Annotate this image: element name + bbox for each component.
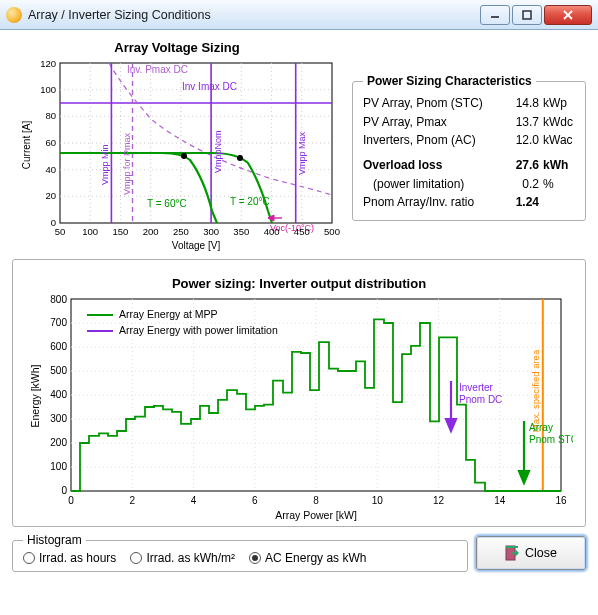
svg-text:Energy [kWh]: Energy [kWh] [29,364,41,427]
svg-text:120: 120 [40,58,56,69]
svg-text:Array: Array [529,422,553,433]
svg-marker-73 [446,419,456,431]
svg-text:100: 100 [82,226,98,237]
svg-text:Inv Imax DC: Inv Imax DC [182,81,237,92]
svg-marker-77 [519,471,529,483]
svg-text:50: 50 [55,226,66,237]
voltage-sizing-chart: Array Voltage Sizing [12,40,342,255]
svg-text:100: 100 [40,84,56,95]
svg-text:0: 0 [61,485,67,496]
characteristics-legend: Power Sizing Characteristics [363,74,536,88]
svg-text:T = 20°C: T = 20°C [230,196,270,207]
radio-icon [23,552,35,564]
svg-text:Voltage [V]: Voltage [V] [172,240,221,251]
door-icon [505,545,519,561]
svg-text:800: 800 [50,294,67,305]
radio-icon [130,552,142,564]
overload-row: Overload loss27.6kWh [363,156,575,175]
svg-text:700: 700 [50,317,67,328]
close-window-button[interactable] [544,5,592,25]
svg-text:Array Energy at MPP: Array Energy at MPP [119,308,218,320]
svg-text:Inv. Pmax DC: Inv. Pmax DC [127,64,188,75]
svg-text:Vmpp for Pmax: Vmpp for Pmax [122,132,132,195]
svg-text:500: 500 [50,365,67,376]
svg-rect-105 [506,546,518,548]
svg-text:Vmpp Min: Vmpp Min [100,144,110,185]
svg-text:150: 150 [112,226,128,237]
svg-text:Max. specified area: Max. specified area [530,349,541,432]
ratio-row: Pnom Array/Inv. ratio1.24 [363,193,575,212]
svg-text:350: 350 [233,226,249,237]
svg-text:100: 100 [50,461,67,472]
svg-text:6: 6 [252,495,258,506]
svg-text:10: 10 [372,495,384,506]
power-chart-svg: Max. specified area Inverter Pnom DC Arr… [21,291,573,529]
close-button[interactable]: Close [476,536,586,570]
svg-text:16: 16 [555,495,567,506]
svg-text:20: 20 [45,190,56,201]
histogram-group: Histogram Irrad. as hours Irrad. as kWh/… [12,533,468,572]
svg-text:0: 0 [68,495,74,506]
svg-text:450: 450 [294,226,310,237]
power-sizing-chart: Power sizing: Inverter output distributi… [12,259,586,527]
svg-text:Inverter: Inverter [459,382,494,393]
window-title: Array / Inverter Sizing Conditions [28,8,480,22]
svg-text:500: 500 [324,226,340,237]
svg-text:Pnom STC: Pnom STC [529,434,573,445]
svg-rect-1 [523,11,531,19]
svg-text:60: 60 [45,137,56,148]
svg-text:VmppNom: VmppNom [213,130,223,173]
svg-text:8: 8 [313,495,319,506]
svg-text:200: 200 [143,226,159,237]
radio-irrad-kwhm2[interactable]: Irrad. as kWh/m² [130,551,235,565]
radio-icon [249,552,261,564]
svg-text:2: 2 [130,495,136,506]
svg-point-24 [237,155,243,161]
histogram-legend: Histogram [23,533,86,547]
characteristics-panel: Power Sizing Characteristics PV Array, P… [352,74,586,221]
svg-text:250: 250 [173,226,189,237]
radio-irrad-hours[interactable]: Irrad. as hours [23,551,116,565]
char-row: PV Array, Pmax13.7kWdc [363,113,575,132]
svg-text:600: 600 [50,341,67,352]
svg-text:12: 12 [433,495,445,506]
voltage-chart-title: Array Voltage Sizing [12,40,342,55]
app-icon [6,7,22,23]
radio-ac-energy[interactable]: AC Energy as kWh [249,551,366,565]
svg-text:40: 40 [45,164,56,175]
svg-text:Pnom DC: Pnom DC [459,394,502,405]
svg-text:Array Energy with power limita: Array Energy with power limitation [119,324,278,336]
svg-text:Array Power [kW]: Array Power [kW] [275,509,357,521]
svg-text:400: 400 [50,389,67,400]
titlebar: Array / Inverter Sizing Conditions [0,0,598,30]
svg-point-23 [181,153,187,159]
minimize-button[interactable] [480,5,510,25]
window-controls [480,5,592,25]
voltage-chart-svg: Inv Imax DC Inv. Pmax DC Vmpp Min Vmpp f… [12,55,342,253]
svg-text:14: 14 [494,495,506,506]
svg-text:300: 300 [203,226,219,237]
close-label: Close [525,546,557,560]
power-lim-row: (power limitation)0.2% [363,175,575,194]
svg-text:80: 80 [45,110,56,121]
char-row: PV Array, Pnom (STC)14.8kWp [363,94,575,113]
svg-text:400: 400 [264,226,280,237]
power-chart-title: Power sizing: Inverter output distributi… [21,276,577,291]
char-row: Inverters, Pnom (AC)12.0kWac [363,131,575,150]
svg-text:Current [A]: Current [A] [21,121,32,170]
maximize-button[interactable] [512,5,542,25]
svg-text:200: 200 [50,437,67,448]
svg-text:0: 0 [51,217,56,228]
svg-text:300: 300 [50,413,67,424]
svg-text:T = 60°C: T = 60°C [147,198,187,209]
svg-text:4: 4 [191,495,197,506]
svg-text:Vmpp Max: Vmpp Max [297,131,307,175]
